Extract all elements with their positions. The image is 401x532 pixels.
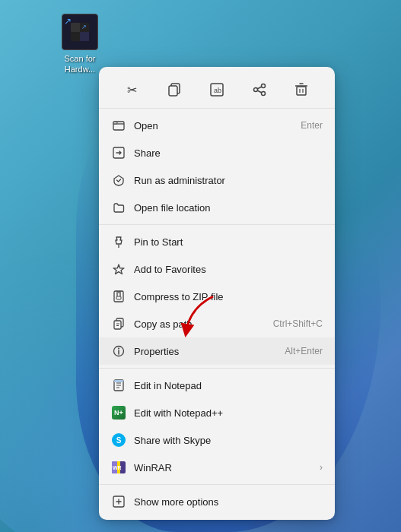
menu-item-open[interactable]: Open Enter: [99, 112, 335, 139]
menu-item-winrar[interactable]: WR WinRAR ›: [99, 454, 335, 481]
open-location-label: Open file location: [134, 202, 323, 214]
divider-1: [99, 224, 335, 225]
delete-button[interactable]: [289, 78, 313, 102]
share-skype-label: Share with Skype: [134, 435, 323, 446]
open-shortcut: Enter: [301, 120, 323, 131]
copy-button[interactable]: [162, 78, 186, 102]
properties-label: Properties: [134, 346, 278, 357]
share-skype-icon: S: [111, 432, 126, 448]
share-toolbar-button[interactable]: [247, 78, 272, 102]
svg-line-13: [257, 87, 262, 89]
menu-toolbar: ✂ ab: [99, 71, 335, 109]
cut-button[interactable]: ✂: [120, 78, 145, 102]
open-icon: [111, 118, 126, 133]
edit-notepad-icon: [111, 378, 126, 393]
copy-path-label: Copy as path: [134, 318, 267, 330]
run-admin-icon: [111, 173, 126, 188]
share-label: Share: [134, 147, 323, 159]
pin-start-icon: [111, 234, 126, 249]
svg-rect-40: [114, 380, 123, 382]
edit-notepadpp-icon: N+: [111, 405, 126, 420]
pin-start-label: Pin to Start: [134, 236, 323, 248]
menu-item-more-options[interactable]: Show more options: [99, 488, 335, 515]
svg-rect-30: [114, 321, 121, 329]
compress-zip-label: Compress to ZIP file: [134, 291, 323, 302]
menu-item-add-favorites[interactable]: Add to Favorites: [99, 255, 335, 283]
more-options-label: Show more options: [134, 496, 323, 508]
svg-point-11: [253, 88, 257, 92]
menu-item-properties[interactable]: Properties Alt+Enter: [99, 337, 335, 365]
winrar-label: WinRAR: [134, 462, 320, 473]
svg-rect-7: [169, 86, 177, 96]
menu-item-edit-notepad[interactable]: Edit in Notepad: [99, 372, 335, 399]
svg-point-12: [261, 92, 265, 96]
svg-text:ab: ab: [214, 87, 221, 94]
svg-rect-21: [113, 122, 117, 124]
add-favorites-icon: [111, 261, 126, 277]
edit-notepad-label: Edit in Notepad: [134, 380, 323, 391]
context-menu: ✂ ab: [99, 67, 335, 520]
run-admin-label: Run as administrator: [134, 175, 323, 186]
svg-point-10: [261, 84, 265, 88]
winrar-icon: WR: [111, 460, 126, 475]
menu-item-edit-notepadpp[interactable]: N+ Edit with Notepad++: [99, 399, 335, 426]
svg-rect-3: [71, 32, 80, 41]
menu-item-compress-zip[interactable]: Compress to ZIP file: [99, 283, 335, 310]
compress-zip-icon: [111, 289, 126, 304]
rename-button[interactable]: ab: [205, 78, 229, 102]
copy-path-icon: [111, 316, 126, 331]
menu-item-copy-path[interactable]: Copy as path Ctrl+Shift+C: [99, 310, 335, 337]
properties-icon: [111, 344, 126, 359]
svg-rect-4: [80, 32, 89, 41]
open-location-icon: [111, 200, 126, 215]
menu-item-run-admin[interactable]: Run as administrator: [99, 166, 335, 194]
menu-item-share[interactable]: Share: [99, 139, 335, 166]
more-options-icon: [111, 494, 126, 509]
divider-3: [99, 484, 335, 485]
svg-rect-1: [71, 23, 80, 32]
svg-text:↗: ↗: [81, 24, 87, 30]
edit-notepadpp-label: Edit with Notepad++: [134, 407, 323, 419]
divider-2: [99, 368, 335, 369]
add-favorites-label: Add to Favorites: [134, 264, 323, 275]
svg-point-35: [118, 348, 119, 350]
svg-line-14: [257, 90, 262, 93]
svg-rect-27: [116, 296, 121, 299]
desktop-icon[interactable]: ↗ Scan for Hardw...: [49, 14, 110, 75]
menu-item-share-skype[interactable]: S Share with Skype: [99, 426, 335, 454]
winrar-arrow: ›: [320, 462, 323, 473]
menu-item-pin-start[interactable]: Pin to Start: [99, 228, 335, 255]
copy-path-shortcut: Ctrl+Shift+C: [273, 318, 323, 329]
desktop-icon-image: ↗: [62, 14, 98, 50]
svg-text:WR: WR: [113, 465, 122, 470]
menu-item-open-location[interactable]: Open file location: [99, 194, 335, 221]
open-label: Open: [134, 120, 294, 131]
properties-shortcut: Alt+Enter: [285, 346, 323, 356]
svg-rect-15: [297, 87, 306, 95]
share-icon: [111, 145, 126, 160]
